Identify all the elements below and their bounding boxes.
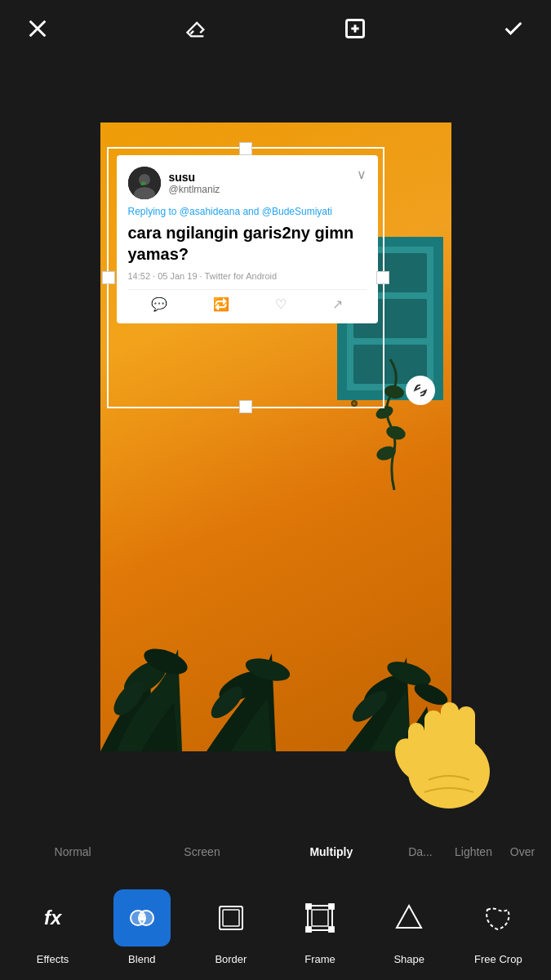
- svg-point-31: [139, 917, 141, 920]
- svg-rect-40: [329, 927, 334, 932]
- handle-mid-right[interactable]: [376, 271, 389, 284]
- border-tool[interactable]: Border: [198, 889, 264, 965]
- svg-rect-38: [329, 904, 334, 909]
- svg-rect-34: [223, 910, 239, 926]
- bottom-toolbar: fx Effects Blend Border: [0, 874, 551, 980]
- handle-mid-left[interactable]: [102, 271, 115, 284]
- frame-icon: [305, 903, 335, 933]
- freecrop-label: Free Crop: [474, 953, 522, 965]
- freecrop-icon-wrap: [469, 889, 527, 947]
- svg-point-6: [384, 424, 407, 442]
- confirm-button[interactable]: [495, 11, 531, 47]
- border-label: Border: [215, 953, 247, 965]
- shape-icon: [394, 903, 424, 933]
- close-button[interactable]: [20, 11, 56, 47]
- blend-tool[interactable]: Blend: [109, 889, 175, 965]
- border-icon: [216, 903, 246, 933]
- freecrop-tool[interactable]: Free Crop: [465, 889, 531, 965]
- blend-mode-lighten[interactable]: Lighten: [445, 839, 502, 865]
- handle-top-center[interactable]: [239, 142, 252, 155]
- blend-mode-normal[interactable]: Normal: [8, 839, 137, 865]
- blend-mode-screen[interactable]: Screen: [137, 839, 266, 865]
- shape-label: Shape: [393, 953, 424, 965]
- blend-mode-darken[interactable]: Da...: [396, 839, 445, 865]
- frame-label: Frame: [304, 953, 335, 965]
- top-toolbar: [0, 0, 551, 57]
- svg-rect-39: [306, 927, 311, 932]
- blend-mode-multiply[interactable]: Multiply: [267, 839, 396, 865]
- svg-marker-41: [397, 906, 421, 928]
- effects-tool[interactable]: fx Effects: [20, 889, 86, 965]
- effects-icon-wrap: fx: [24, 889, 82, 947]
- image-container: susu @kntlmaniz ∨ Replying to @asahidean…: [100, 122, 451, 751]
- blend-modes-list: Normal Screen Multiply Da... Lighten Ove…: [0, 839, 551, 865]
- eraser-button[interactable]: [178, 11, 214, 47]
- blend-mode-overlay[interactable]: Over: [502, 839, 543, 865]
- plants-bottom: [100, 572, 451, 751]
- effects-label: Effects: [37, 953, 69, 965]
- rotate-handle[interactable]: [406, 376, 435, 405]
- border-icon-wrap: [202, 889, 260, 947]
- add-button[interactable]: [337, 11, 373, 47]
- shape-icon-wrap: [380, 889, 438, 947]
- svg-point-32: [142, 917, 144, 920]
- blend-label: Blend: [128, 953, 155, 965]
- freecrop-icon: [483, 903, 513, 933]
- selection-box[interactable]: [107, 147, 384, 408]
- blend-mode-bar: Normal Screen Multiply Da... Lighten Ove…: [0, 829, 551, 874]
- blend-icon-wrap: [113, 889, 171, 947]
- frame-tool[interactable]: Frame: [287, 889, 353, 965]
- svg-point-30: [140, 914, 143, 916]
- handle-bottom-center[interactable]: [239, 400, 252, 413]
- svg-rect-37: [306, 904, 311, 909]
- shape-tool[interactable]: Shape: [376, 889, 442, 965]
- frame-icon-wrap: [291, 889, 349, 947]
- fx-icon: fx: [44, 906, 61, 929]
- blend-icon: [127, 903, 157, 933]
- canvas-area[interactable]: susu @kntlmaniz ∨ Replying to @asahidean…: [0, 57, 551, 817]
- svg-point-8: [383, 384, 404, 400]
- svg-rect-36: [312, 910, 328, 926]
